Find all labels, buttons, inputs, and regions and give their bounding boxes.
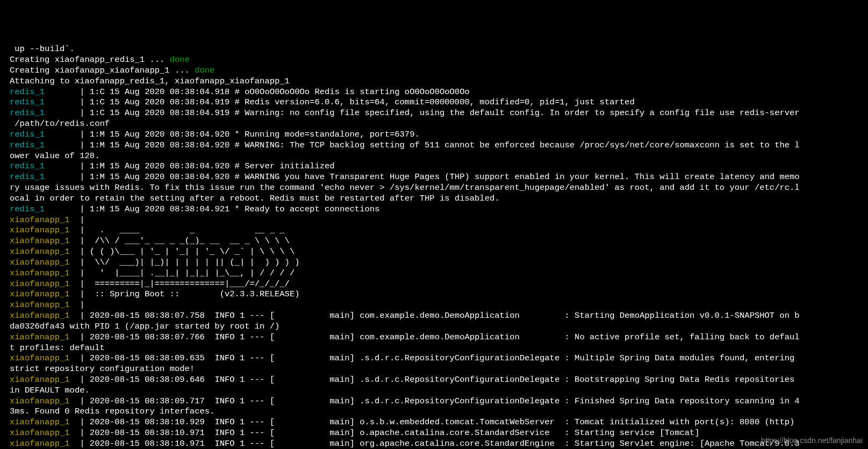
terminal-segment: |	[80, 130, 84, 139]
terminal-segment: 1:M 15 Aug 2020 08:38:04.920 * Running m…	[85, 130, 420, 139]
terminal-line: in DEFAULT mode.	[10, 386, 868, 396]
terminal-segment: xiaofanapp_1	[10, 215, 80, 225]
terminal-segment: |	[80, 332, 84, 342]
terminal-segment: redis_1	[10, 204, 80, 214]
terminal-segment: |	[80, 215, 84, 225]
terminal-segment: |	[80, 172, 84, 182]
terminal-line: xiaofanapp_1 |	[10, 300, 868, 311]
terminal-segment: =========|_|==============|___/=/_/_/_/	[85, 279, 290, 289]
terminal-line: Attaching to xiaofanapp_redis_1, xiaofan…	[10, 76, 868, 87]
terminal-segment: xiaofanapp_1	[10, 311, 80, 320]
terminal-segment: Attaching to xiaofanapp_redis_1, xiaofan…	[10, 76, 290, 86]
terminal-segment: ower value of 128.	[10, 151, 99, 161]
terminal-segment: /path/to/redis.conf	[10, 119, 110, 129]
terminal-segment: 2020-08-15 08:38:09.646 INFO 1 --- [ mai…	[85, 375, 800, 384]
terminal-line: redis_1 | 1:M 15 Aug 2020 08:38:04.920 *…	[10, 130, 868, 140]
terminal-segment: xiaofanapp_1	[10, 353, 80, 363]
terminal-segment: |	[80, 258, 84, 267]
terminal-segment: in DEFAULT mode.	[10, 386, 90, 395]
terminal-line: da0326dfa43 with PID 1 (/app.jar started…	[10, 322, 868, 332]
terminal-line: redis_1 | 1:M 15 Aug 2020 08:38:04.921 *…	[10, 204, 868, 215]
terminal-segment: |	[80, 289, 84, 299]
terminal-segment: |	[80, 236, 84, 246]
terminal-line: ocal in order to retain the setting afte…	[10, 194, 868, 204]
terminal-segment: |	[80, 396, 84, 406]
terminal-segment: |	[80, 311, 84, 320]
terminal-segment: ry usage issues with Redis. To fix this …	[10, 183, 800, 193]
terminal-segment: |	[80, 375, 84, 384]
terminal-segment: 1:M 15 Aug 2020 08:38:04.920 # WARNING: …	[85, 140, 800, 150]
terminal-segment: |	[80, 279, 84, 289]
terminal-line: ower value of 128.	[10, 151, 868, 162]
terminal-line: xiaofanapp_1 | =========|_|=============…	[10, 279, 868, 290]
terminal-segment: done	[195, 66, 214, 75]
terminal-segment: redis_1	[10, 97, 80, 107]
terminal-segment: |	[80, 247, 84, 256]
terminal-segment: xiaofanapp_1	[10, 247, 80, 256]
terminal-segment: :: Spring Boot :: (v2.3.3.RELEASE)	[85, 289, 300, 299]
terminal-segment: 2020-08-15 08:38:07.766 INFO 1 --- [ mai…	[85, 332, 800, 342]
terminal-segment: |	[80, 225, 84, 235]
terminal-segment: t profiles: default	[10, 343, 105, 353]
terminal-line: redis_1 | 1:M 15 Aug 2020 08:38:04.920 #…	[10, 172, 868, 183]
terminal-segment: redis_1	[10, 161, 80, 171]
terminal-line: strict repository configuration mode!	[10, 364, 868, 375]
terminal-segment: 2020-08-15 08:38:10.929 INFO 1 --- [ mai…	[85, 417, 795, 427]
terminal-line: xiaofanapp_1 | 2020-08-15 08:38:10.971 I…	[10, 439, 868, 449]
terminal-segment: xiaofanapp_1	[10, 279, 80, 289]
terminal-line: ry usage issues with Redis. To fix this …	[10, 183, 868, 194]
terminal-segment: redis_1	[10, 172, 80, 182]
terminal-line: t profiles: default	[10, 343, 868, 354]
terminal-line: xiaofanapp_1 | 2020-08-15 08:38:09.717 I…	[10, 396, 868, 407]
terminal-segment: redis_1	[10, 108, 80, 118]
terminal-segment: ocal in order to retain the setting afte…	[10, 194, 500, 203]
terminal-segment: xiaofanapp_1	[10, 396, 80, 406]
terminal-segment: 2020-08-15 08:38:07.758 INFO 1 --- [ mai…	[85, 311, 800, 320]
terminal-segment: redis_1	[10, 130, 80, 139]
terminal-line: xiaofanapp_1 | ' |____| .__|_| |_|_| |_\…	[10, 268, 868, 279]
terminal-segment: |	[80, 439, 84, 448]
terminal-segment: |	[80, 268, 84, 278]
terminal-output[interactable]: up --build`.Creating xiaofanapp_redis_1 …	[10, 44, 868, 449]
terminal-line: xiaofanapp_1 | 2020-08-15 08:38:10.971 I…	[10, 428, 868, 439]
terminal-segment: redis_1	[10, 140, 80, 150]
terminal-line: up --build`.	[10, 44, 868, 55]
terminal-segment: |	[80, 108, 84, 118]
terminal-line: xiaofanapp_1 | 2020-08-15 08:38:09.635 I…	[10, 353, 868, 364]
terminal-line: 3ms. Found 0 Redis repository interfaces…	[10, 407, 868, 417]
terminal-line: xiaofanapp_1 | \\/ ___)| |_)| | | | | ||…	[10, 258, 868, 268]
terminal-line: xiaofanapp_1 | 2020-08-15 08:38:09.646 I…	[10, 375, 868, 386]
terminal-line: /path/to/redis.conf	[10, 119, 868, 130]
terminal-segment: ' |____| .__|_| |_|_| |_\__, | / / / /	[85, 268, 295, 278]
terminal-segment: 2020-08-15 08:38:09.717 INFO 1 --- [ mai…	[85, 396, 800, 406]
terminal-segment: 3ms. Found 0 Redis repository interfaces…	[10, 407, 214, 416]
terminal-segment: 2020-08-15 08:38:09.635 INFO 1 --- [ mai…	[85, 353, 800, 363]
terminal-segment: strict repository configuration mode!	[10, 364, 195, 374]
terminal-segment: Creating xiaofanapp_redis_1 ...	[10, 55, 170, 65]
terminal-segment: |	[80, 161, 84, 171]
terminal-segment: |	[80, 428, 84, 438]
terminal-segment: |	[80, 417, 84, 427]
terminal-segment: 1:C 15 Aug 2020 08:38:04.919 # Redis ver…	[85, 97, 635, 107]
terminal-segment: xiaofanapp_1	[10, 236, 80, 246]
terminal-segment: |	[80, 140, 84, 150]
terminal-line: xiaofanapp_1 | ( ( )\___ | '_ | '_| | '_…	[10, 247, 868, 258]
terminal-line: xiaofanapp_1 | /\\ / ___'_ __ _ _(_)_ __…	[10, 236, 868, 247]
terminal-segment: . ____ _ __ _ _	[85, 225, 285, 235]
terminal-line: xiaofanapp_1 | 2020-08-15 08:38:07.766 I…	[10, 332, 868, 343]
terminal-segment: 1:M 15 Aug 2020 08:38:04.920 # WARNING y…	[85, 172, 800, 182]
terminal-line: xiaofanapp_1 | . ____ _ __ _ _	[10, 225, 868, 236]
terminal-segment: 1:M 15 Aug 2020 08:38:04.921 * Ready to …	[85, 204, 380, 214]
terminal-segment: 1:C 15 Aug 2020 08:38:04.918 # oO0OoO0Oo…	[85, 87, 470, 97]
terminal-segment: xiaofanapp_1	[10, 332, 80, 342]
terminal-segment: ( ( )\___ | '_ | '_| | '_ \/ _` | \ \ \ …	[85, 247, 295, 256]
terminal-segment: xiaofanapp_1	[10, 258, 80, 267]
terminal-segment: xiaofanapp_1	[10, 268, 80, 278]
terminal-segment: xiaofanapp_1	[10, 300, 80, 310]
watermark-text: https://blog.csdn.net/fanjianhai	[761, 436, 863, 446]
terminal-segment: xiaofanapp_1	[10, 439, 80, 448]
terminal-segment: 2020-08-15 08:38:10.971 INFO 1 --- [ mai…	[85, 428, 700, 438]
terminal-segment: |	[80, 87, 84, 97]
terminal-segment: xiaofanapp_1	[10, 417, 80, 427]
terminal-line: xiaofanapp_1 |	[10, 215, 868, 226]
